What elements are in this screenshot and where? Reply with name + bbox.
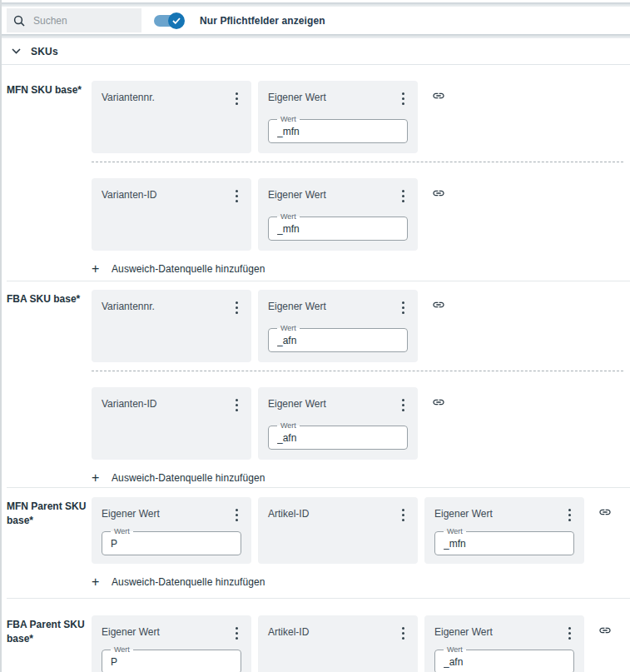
chain-link-icon — [432, 187, 445, 200]
overflow-menu-button[interactable] — [232, 397, 241, 413]
data-source-card: Eigener Wert Wert — [258, 81, 418, 153]
row-label: MFN SKU base* — [7, 81, 92, 276]
wert-input[interactable] — [109, 655, 234, 669]
overflow-menu-button[interactable] — [399, 397, 408, 413]
data-source-card: Variantennr. — [92, 290, 251, 362]
dashed-separator — [92, 162, 623, 162]
data-source-card: Artikel-ID — [258, 615, 418, 672]
overflow-menu-button[interactable] — [232, 507, 241, 523]
chain-link-icon — [432, 298, 445, 311]
field-label: Wert — [444, 645, 466, 654]
chain-link-icon — [432, 89, 445, 102]
data-source-card: Varianten-ID — [92, 387, 251, 460]
card-title: Artikel-ID — [268, 507, 309, 520]
overflow-menu-button[interactable] — [399, 625, 408, 641]
mapping-row-mfn-sku-base: MFN SKU base* Variantennr. Eigener Wert — [7, 65, 630, 281]
section-title: SKUs — [31, 46, 58, 57]
wert-input[interactable] — [442, 537, 567, 550]
add-fallback-label: Ausweich-Datenquelle hinzufügen — [112, 263, 265, 275]
mapping-row-fba-sku-base: FBA SKU base* Variantennr. Eigener Wert — [7, 281, 630, 487]
wert-input[interactable] — [275, 125, 400, 138]
card-title: Eigener Wert — [102, 507, 160, 520]
plus-icon: + — [92, 575, 103, 590]
card-title: Eigener Wert — [268, 300, 326, 312]
overflow-menu-button[interactable] — [399, 91, 408, 107]
wert-input[interactable] — [275, 334, 400, 347]
card-title: Varianten-ID — [102, 397, 156, 410]
search-input[interactable] — [33, 15, 126, 27]
wert-field: Wert — [268, 212, 408, 241]
overflow-menu-button[interactable] — [565, 625, 574, 641]
wert-input[interactable] — [275, 222, 400, 236]
plus-icon: + — [92, 470, 103, 485]
wert-field: Wert — [434, 645, 574, 672]
link-button[interactable] — [432, 298, 445, 311]
required-fields-toggle-group: Nur Pflichtfelder anzeigen — [154, 15, 325, 27]
data-source-card: Eigener Wert Wert — [424, 497, 584, 564]
toolbar: Nur Pflichtfelder anzeigen — [2, 7, 630, 34]
chain-link-icon — [598, 505, 612, 519]
data-source-card: Eigener Wert Wert — [258, 387, 418, 460]
link-button[interactable] — [432, 89, 445, 102]
data-source-card: Variantennr. — [92, 81, 251, 153]
wert-input[interactable] — [442, 655, 567, 669]
data-source-card: Artikel-ID — [258, 497, 418, 564]
search-icon — [13, 15, 25, 27]
overflow-menu-button[interactable] — [399, 507, 408, 523]
add-fallback-source-button[interactable]: + Ausweich-Datenquelle hinzufügen — [92, 575, 265, 589]
data-source-card: Eigener Wert Wert — [92, 497, 251, 564]
overflow-menu-button[interactable] — [399, 188, 408, 204]
card-title: Eigener Wert — [268, 188, 326, 201]
wert-field: Wert — [268, 115, 408, 143]
mapping-row-mfn-parent-sku-base: MFN Parent SKU base* Eigener Wert Wert — [7, 487, 630, 598]
add-fallback-source-button[interactable]: + Ausweich-Datenquelle hinzufügen — [92, 261, 265, 276]
card-title: Eigener Wert — [434, 507, 493, 520]
card-title: Eigener Wert — [268, 397, 326, 410]
row-label: MFN Parent SKU base* — [7, 497, 92, 589]
wert-input[interactable] — [109, 537, 234, 550]
mapping-row-fba-parent-sku-base: FBA Parent SKU base* Eigener Wert Wert — [7, 598, 630, 672]
data-source-card: Eigener Wert Wert — [258, 178, 418, 251]
row-label: FBA SKU base* — [7, 290, 92, 485]
overflow-menu-button[interactable] — [232, 625, 241, 641]
overflow-menu-button[interactable] — [232, 91, 241, 107]
card-title: Variantennr. — [102, 300, 155, 312]
card-title: Artikel-ID — [268, 625, 309, 638]
overflow-menu-button[interactable] — [399, 300, 408, 316]
overflow-menu-button[interactable] — [565, 507, 574, 523]
data-source-card: Eigener Wert Wert — [92, 615, 251, 672]
link-button[interactable] — [598, 505, 612, 519]
card-title: Eigener Wert — [102, 625, 160, 638]
card-title: Eigener Wert — [268, 91, 326, 103]
field-label: Wert — [111, 645, 133, 654]
plus-icon: + — [92, 261, 103, 276]
chevron-down-icon — [12, 48, 21, 54]
row-label: FBA Parent SKU base* — [7, 615, 92, 672]
data-source-card: Eigener Wert Wert — [424, 615, 584, 672]
wert-field: Wert — [434, 527, 574, 555]
mapping-rows: MFN SKU base* Variantennr. Eigener Wert — [2, 65, 630, 672]
link-button[interactable] — [432, 396, 445, 409]
checkmark-icon — [172, 17, 181, 24]
overflow-menu-button[interactable] — [232, 300, 241, 316]
link-button[interactable] — [598, 624, 612, 637]
search-box[interactable] — [7, 8, 141, 32]
wert-field: Wert — [268, 324, 408, 352]
field-label: Wert — [277, 324, 300, 332]
toggle-label: Nur Pflichtfelder anzeigen — [200, 15, 325, 27]
wert-field: Wert — [102, 645, 241, 672]
wert-input[interactable] — [275, 431, 400, 445]
mapping-form-panel: Nur Pflichtfelder anzeigen SKUs MFN SKU … — [0, 0, 630, 672]
card-title: Varianten-ID — [102, 188, 156, 201]
overflow-menu-button[interactable] — [232, 188, 241, 204]
add-fallback-source-button[interactable]: + Ausweich-Datenquelle hinzufügen — [92, 470, 265, 485]
field-label: Wert — [277, 115, 300, 123]
dashed-separator — [92, 371, 623, 371]
add-fallback-label: Ausweich-Datenquelle hinzufügen — [112, 576, 265, 588]
link-button[interactable] — [432, 187, 445, 200]
field-label: Wert — [277, 421, 300, 430]
field-label: Wert — [277, 212, 300, 221]
section-header-skus[interactable]: SKUs — [2, 38, 630, 65]
required-fields-toggle[interactable] — [154, 15, 179, 27]
data-source-card: Eigener Wert Wert — [258, 290, 418, 362]
